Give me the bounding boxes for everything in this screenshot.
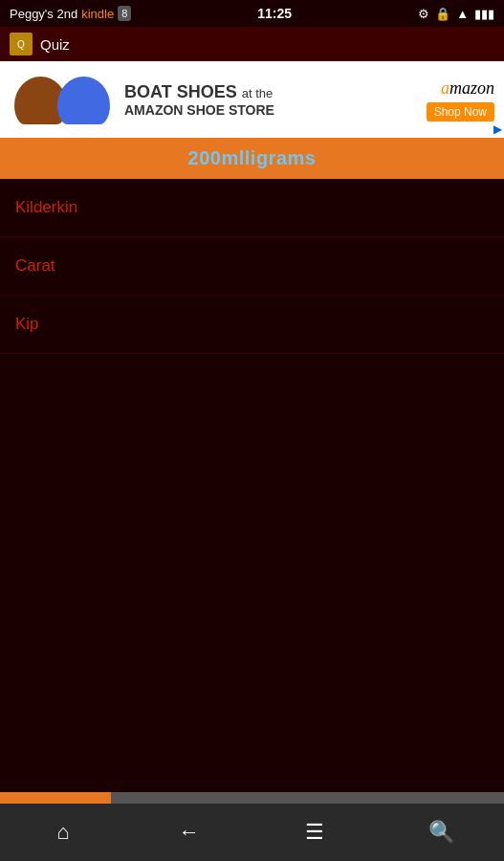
back-icon: ←: [179, 820, 200, 845]
status-user: Peggy's 2nd: [10, 7, 77, 21]
ad-text: BOAT SHOES at the AMAZON SHOE STORE: [124, 82, 274, 118]
search-icon: 🔍: [428, 820, 454, 845]
home-button[interactable]: ⌂: [39, 808, 87, 856]
status-badge: 8: [118, 6, 131, 21]
ad-close-icon[interactable]: ▶: [493, 122, 502, 136]
status-left: Peggy's 2nd kindle 8: [10, 6, 131, 21]
question-header: 200mlligrams: [0, 138, 504, 179]
ad-right: amazon Shop Now: [427, 78, 494, 121]
answer-label-0: Kilderkin: [15, 198, 77, 216]
ad-left: BOAT SHOES at the AMAZON SHOE STORE: [10, 69, 274, 130]
ad-main-text: BOAT SHOES at the: [124, 82, 274, 102]
menu-button[interactable]: ☰: [291, 808, 339, 856]
answers-list: Kilderkin Carat Kip: [0, 179, 504, 354]
status-bar: Peggy's 2nd kindle 8 11:25 ⚙ 🔒 ▲ ▮▮▮: [0, 0, 504, 27]
header-icon-label: Q: [17, 39, 25, 50]
answer-item-1[interactable]: Carat: [0, 237, 504, 296]
wifi-icon: ▲: [456, 7, 469, 21]
lock-icon: 🔒: [435, 7, 450, 21]
back-button[interactable]: ←: [165, 808, 213, 856]
status-time: 11:25: [257, 6, 292, 21]
header-icon: Q: [10, 33, 33, 55]
amazon-logo: amazon: [441, 78, 494, 99]
gear-icon: ⚙: [418, 7, 429, 21]
shop-now-button[interactable]: Shop Now: [427, 102, 494, 121]
home-icon: ⌂: [56, 820, 69, 845]
header-bar: Q Quiz: [0, 27, 504, 61]
ad-banner: BOAT SHOES at the AMAZON SHOE STORE amaz…: [0, 61, 504, 138]
answer-label-2: Kip: [15, 315, 39, 333]
shoe-image: [10, 69, 115, 130]
status-kindle: kindle: [81, 7, 114, 21]
question-text: 200mlligrams: [15, 147, 489, 169]
search-button[interactable]: 🔍: [417, 808, 465, 856]
answer-item-2[interactable]: Kip: [0, 296, 504, 354]
bottom-nav: ⌂ ← ☰ 🔍: [0, 804, 504, 861]
shoe-blue: [57, 77, 110, 124]
ad-sub-text: AMAZON SHOE STORE: [124, 102, 274, 118]
answer-label-1: Carat: [15, 256, 55, 275]
header-title: Quiz: [40, 36, 70, 53]
progress-bar-fill: [0, 792, 111, 804]
status-right: ⚙ 🔒 ▲ ▮▮▮: [418, 7, 494, 21]
battery-icon: ▮▮▮: [474, 7, 494, 21]
menu-icon: ☰: [305, 820, 324, 845]
answer-item-0[interactable]: Kilderkin: [0, 179, 504, 237]
progress-bar-container: [0, 792, 504, 804]
